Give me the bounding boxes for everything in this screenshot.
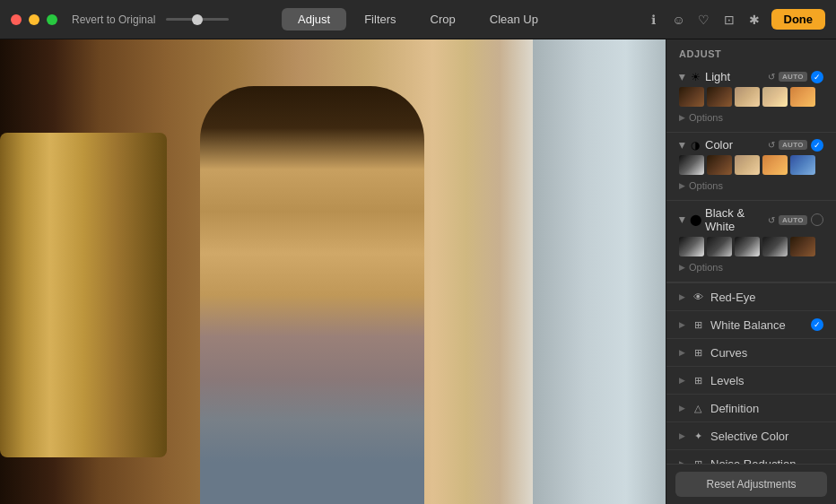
whitebalance-check[interactable]: ✓ — [811, 318, 823, 331]
bw-options-chevron-icon: ▶ — [679, 263, 685, 272]
person-subject — [200, 86, 424, 504]
light-auto-badge[interactable]: AUTO — [779, 72, 807, 82]
bw-controls: ↺ AUTO — [768, 213, 823, 226]
share-icon[interactable]: ⊡ — [721, 12, 737, 28]
item-definition[interactable]: ▶ △ Definition — [666, 394, 836, 421]
light-options-chevron-icon: ▶ — [679, 113, 685, 122]
light-undo-icon[interactable]: ↺ — [768, 72, 775, 82]
panel-scroll-area[interactable]: ▶ ☀ Light ↺ AUTO ✓ ▶ — [666, 65, 836, 464]
bw-thumb-2[interactable] — [707, 237, 732, 256]
item-levels[interactable]: ▶ ⊞ Levels — [666, 366, 836, 394]
section-blackwhite: ▶ ⬤ Black & White ↺ AUTO — [666, 201, 836, 282]
bw-title: Black & White — [705, 206, 764, 233]
noisereduction-icon: ⊞ — [691, 456, 705, 464]
light-thumb-1[interactable] — [679, 87, 704, 107]
settings-icon[interactable]: ✱ — [746, 12, 762, 28]
bw-options-label: Options — [689, 262, 723, 273]
item-curves[interactable]: ▶ ⊞ Curves — [666, 338, 836, 366]
done-button[interactable]: Done — [771, 9, 826, 30]
color-thumb-2[interactable] — [707, 155, 732, 175]
definition-icon: △ — [691, 401, 705, 415]
revert-button[interactable]: Revert to Original — [72, 13, 155, 26]
reset-adjustments-button[interactable]: Reset Adjustments — [675, 472, 827, 497]
maximize-button[interactable] — [47, 14, 57, 25]
color-chevron-icon: ▶ — [678, 142, 687, 148]
item-noisereduction[interactable]: ▶ ⊞ Noise Reduction — [666, 449, 836, 464]
levels-icon: ⊞ — [691, 373, 705, 387]
color-thumb-1[interactable] — [679, 155, 704, 175]
light-options-row[interactable]: ▶ Options — [666, 110, 836, 128]
bw-thumb-5[interactable] — [790, 237, 815, 256]
color-thumbnail-strip — [666, 155, 836, 178]
zoom-slider[interactable] — [166, 18, 229, 21]
curves-icon: ⊞ — [691, 345, 705, 360]
light-thumbnail-strip — [666, 87, 836, 110]
light-title: Light — [705, 70, 764, 83]
redeye-chevron-icon: ▶ — [679, 292, 685, 301]
redeye-label: Red-Eye — [710, 291, 823, 304]
tab-adjust[interactable]: Adjust — [282, 8, 346, 30]
selectivecolor-icon: ✦ — [691, 429, 705, 443]
color-icon: ◑ — [689, 139, 701, 152]
item-selectivecolor[interactable]: ▶ ✦ Selective Color — [666, 421, 836, 449]
light-enabled-check[interactable]: ✓ — [811, 71, 823, 83]
section-color-header[interactable]: ▶ ◑ Color ↺ AUTO ✓ — [666, 133, 836, 155]
light-options-label: Options — [689, 112, 723, 123]
light-controls: ↺ AUTO ✓ — [768, 71, 823, 83]
light-chevron-icon: ▶ — [678, 74, 687, 80]
bw-options-row[interactable]: ▶ Options — [666, 260, 836, 278]
color-thumb-4[interactable] — [762, 155, 788, 175]
minimize-button[interactable] — [29, 14, 39, 25]
panel-header: ADJUST — [666, 39, 836, 65]
item-redeye[interactable]: ▶ 👁 Red-Eye — [666, 282, 836, 310]
photo-area — [0, 39, 666, 504]
emoji-icon[interactable]: ☺ — [671, 12, 687, 28]
gold-frame-decoration — [0, 133, 167, 458]
curves-label: Curves — [710, 346, 823, 360]
light-thumb-2[interactable] — [707, 87, 732, 107]
info-icon[interactable]: ℹ — [646, 12, 662, 28]
bw-disabled-circle[interactable] — [811, 213, 823, 226]
tab-filters[interactable]: Filters — [348, 8, 412, 30]
color-title: Color — [705, 138, 764, 152]
light-thumb-3[interactable] — [735, 87, 760, 107]
selectivecolor-label: Selective Color — [710, 430, 823, 443]
panel-footer: Reset Adjustments — [666, 464, 836, 504]
light-thumb-5[interactable] — [790, 87, 815, 107]
titlebar-right-controls: ℹ ☺ ♡ ⊡ ✱ Done — [646, 9, 826, 30]
close-button[interactable] — [11, 14, 22, 25]
color-thumb-5[interactable] — [790, 155, 815, 175]
bw-thumb-4[interactable] — [762, 237, 788, 256]
bw-chevron-icon: ▶ — [678, 217, 687, 223]
light-thumb-4[interactable] — [762, 87, 788, 107]
zoom-slider-thumb — [192, 14, 203, 25]
photo-background — [0, 39, 666, 504]
right-panel: ADJUST ▶ ☀ Light ↺ AUTO ✓ — [666, 39, 836, 504]
whitebalance-chevron-icon: ▶ — [679, 320, 685, 329]
color-options-row[interactable]: ▶ Options — [666, 178, 836, 196]
section-color: ▶ ◑ Color ↺ AUTO ✓ ▶ — [666, 133, 836, 201]
color-thumb-3[interactable] — [735, 155, 760, 175]
selectivecolor-chevron-icon: ▶ — [679, 431, 685, 440]
bw-thumbnail-strip — [666, 237, 836, 260]
section-bw-header[interactable]: ▶ ⬤ Black & White ↺ AUTO — [666, 201, 836, 237]
tab-cleanup[interactable]: Clean Up — [474, 8, 554, 30]
section-light-header[interactable]: ▶ ☀ Light ↺ AUTO ✓ — [666, 65, 836, 87]
color-options-label: Options — [689, 180, 723, 191]
tab-crop[interactable]: Crop — [414, 8, 472, 30]
bw-auto-badge[interactable]: AUTO — [779, 215, 807, 225]
curtain-decoration — [533, 39, 666, 504]
color-undo-icon[interactable]: ↺ — [768, 140, 775, 150]
bw-thumb-1[interactable] — [679, 237, 704, 256]
item-whitebalance[interactable]: ▶ ⊞ White Balance ✓ — [666, 310, 836, 338]
heart-icon[interactable]: ♡ — [696, 12, 712, 28]
color-auto-badge[interactable]: AUTO — [779, 140, 807, 150]
color-enabled-check[interactable]: ✓ — [811, 139, 823, 152]
bw-thumb-3[interactable] — [735, 237, 760, 256]
titlebar: Revert to Original Adjust Filters Crop C… — [0, 0, 836, 39]
light-sun-icon: ☀ — [689, 71, 701, 83]
main-content: ADJUST ▶ ☀ Light ↺ AUTO ✓ — [0, 39, 836, 504]
bw-undo-icon[interactable]: ↺ — [768, 215, 775, 225]
window-controls — [11, 14, 57, 25]
whitebalance-icon: ⊞ — [691, 317, 705, 332]
